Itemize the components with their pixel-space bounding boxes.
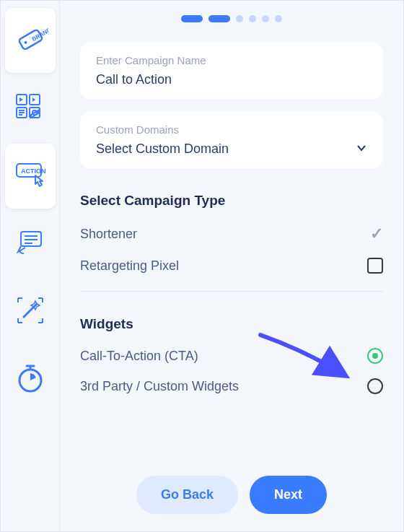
custom-domain-label: Custom Domains [96,123,367,136]
campaign-name-card: Enter Campaign Name [80,43,383,99]
footer: Go Back Next [80,461,383,514]
go-back-button[interactable]: Go Back [136,476,238,514]
action-icon: ACTION [12,157,48,196]
sidebar-item-announce[interactable] [5,212,56,276]
app-frame: BRAND [0,0,404,532]
option-third-party[interactable]: 3rd Party / Custom Widgets [80,371,383,401]
sidebar-item-action[interactable]: ACTION [5,144,56,209]
divider [80,291,383,292]
campaign-type-title: Select Campaign Type [80,193,383,209]
progress-step [275,15,282,22]
sidebar-item-timer[interactable] [5,347,56,412]
custom-domain-placeholder: Select Custom Domain [96,141,229,157]
svg-marker-4 [19,97,23,102]
custom-domain-select[interactable]: Select Custom Domain [96,141,367,157]
radio-selected-icon[interactable] [367,348,383,364]
progress-step [208,15,230,22]
progress-step [249,15,256,22]
campaign-name-label: Enter Campaign Name [96,54,367,66]
next-button[interactable]: Next [250,476,327,514]
progress-indicator [80,15,383,22]
wand-icon [14,294,47,330]
check-icon: ✓ [370,224,383,243]
radio-icon[interactable] [367,378,383,394]
svg-text:ACTION: ACTION [21,167,46,175]
svg-point-1 [23,40,27,44]
chevron-down-icon [356,142,367,157]
media-icon [14,90,47,126]
widgets-title: Widgets [80,316,383,332]
campaign-name-input[interactable] [96,72,367,87]
option-cta[interactable]: Call-To-Action (CTA) [80,341,383,371]
progress-step [262,15,269,22]
timer-icon [14,362,47,398]
sidebar-item-media[interactable] [5,76,56,141]
option-label: Shortener [80,227,137,242]
progress-step [181,15,203,22]
custom-domain-card[interactable]: Custom Domains Select Custom Domain [80,112,383,168]
main-panel: Enter Campaign Name Custom Domains Selec… [60,1,403,531]
announce-icon [14,226,47,262]
sidebar-item-brand[interactable]: BRAND [5,8,56,73]
option-label: Retargeting Pixel [80,258,179,274]
option-label: 3rd Party / Custom Widgets [80,379,239,394]
option-retargeting[interactable]: Retargeting Pixel [80,250,383,281]
option-shortener[interactable]: Shortener ✓ [80,217,383,250]
sidebar: BRAND [1,1,60,531]
brand-icon: BRAND [12,21,48,60]
option-label: Call-To-Action (CTA) [80,349,198,364]
progress-step [236,15,243,22]
checkbox-icon[interactable] [367,258,383,274]
sidebar-item-wand[interactable] [5,279,56,344]
svg-line-18 [24,304,37,317]
